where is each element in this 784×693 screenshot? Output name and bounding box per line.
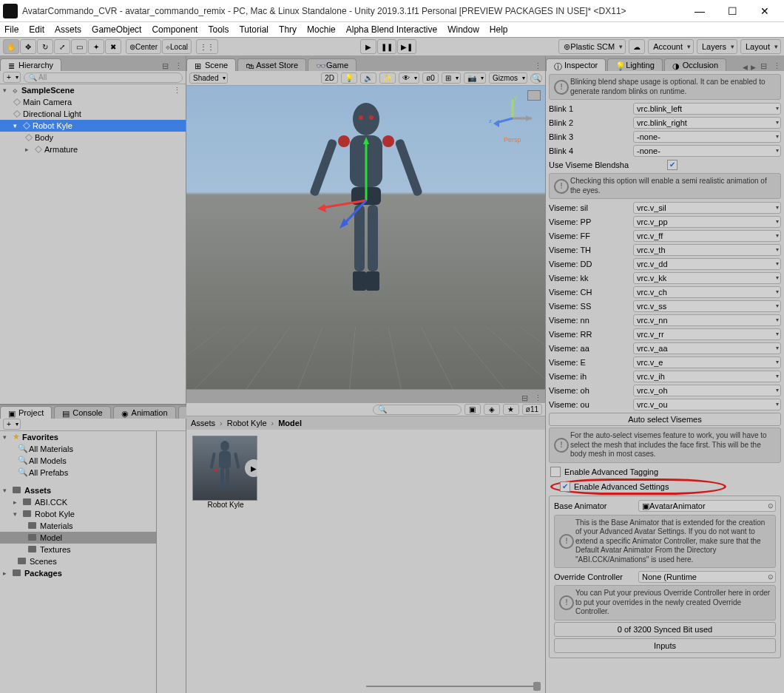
breadcrumb-assets[interactable]: Assets: [191, 419, 215, 427]
enable-advanced-checkbox[interactable]: ✔: [560, 481, 570, 492]
custom-tool-icon[interactable]: ✖: [105, 39, 121, 54]
menu-help[interactable]: Help: [490, 24, 508, 35]
rotate-tool-icon[interactable]: ↻: [37, 39, 53, 54]
use-viseme-checkbox[interactable]: ✔: [667, 160, 677, 170]
viseme-e-dropdown[interactable]: vrc.v_e: [633, 356, 781, 368]
tab-scene[interactable]: ⊞Scene: [186, 58, 236, 71]
transform-tool-icon[interactable]: ✦: [88, 39, 104, 54]
filter-type-icon[interactable]: ▣: [464, 404, 481, 415]
move-tool-icon[interactable]: ✥: [20, 39, 36, 54]
2d-toggle[interactable]: 2D: [321, 72, 338, 84]
auto-select-visemes-button[interactable]: Auto select Visemes: [549, 413, 781, 426]
pause-button[interactable]: ❚❚: [377, 39, 396, 54]
panel-menu-icon[interactable]: ⋮: [770, 61, 784, 71]
hierarchy-item-body[interactable]: Body: [0, 132, 186, 143]
folder-textures[interactable]: Textures: [0, 544, 156, 555]
breadcrumb-robot-kyle[interactable]: Robot Kyle: [227, 419, 267, 427]
assets-header[interactable]: ▾Assets: [0, 484, 156, 496]
account-dropdown[interactable]: Account: [648, 39, 694, 54]
menu-window[interactable]: Window: [447, 24, 479, 35]
viseme-th-dropdown[interactable]: vrc.v_th: [633, 244, 781, 256]
layout-dropdown[interactable]: Layout: [740, 39, 781, 54]
viseme-ff-dropdown[interactable]: vrc.v_ff: [633, 230, 781, 242]
tab-hierarchy[interactable]: ≣Hierarchy: [0, 58, 61, 71]
space-toggle[interactable]: ⟐Local: [162, 39, 192, 54]
hierarchy-item-armature[interactable]: ▸Armature: [0, 143, 186, 155]
panel-menu-icon[interactable]: ⋮: [531, 393, 545, 403]
hidden-items-icon[interactable]: ø11: [522, 404, 542, 415]
folder-model[interactable]: Model: [0, 532, 156, 544]
hierarchy-item-directional-light[interactable]: Directional Light: [0, 108, 186, 120]
viseme-oh-dropdown[interactable]: vrc.v_oh: [633, 385, 781, 396]
gizmos-dropdown[interactable]: Gizmos: [489, 72, 527, 84]
menu-abi[interactable]: Alpha Blend Interactive: [346, 24, 437, 35]
menu-tools[interactable]: Tools: [208, 24, 229, 35]
rect-tool-icon[interactable]: ▭: [71, 39, 87, 54]
viseme-rr-dropdown[interactable]: vrc.v_rr: [633, 328, 781, 340]
scene-menu-icon[interactable]: ⋮: [173, 86, 186, 95]
viseme-dd-dropdown[interactable]: vrc.v_dd: [633, 258, 781, 270]
scene-vis-icon[interactable]: 👁: [399, 72, 419, 84]
tab-game[interactable]: 👓Game: [308, 58, 356, 71]
filter-label-icon[interactable]: ◈: [484, 404, 500, 415]
tab-project[interactable]: ▣Project: [0, 406, 52, 419]
close-button[interactable]: ✕: [748, 1, 781, 21]
scene-row[interactable]: ▾⟐SampleScene⋮: [0, 84, 186, 96]
viseme-nn-dropdown[interactable]: vrc.v_nn: [633, 314, 781, 326]
menu-assets[interactable]: Assets: [55, 24, 81, 35]
shading-mode-dropdown[interactable]: Shaded: [189, 72, 228, 84]
camera-icon[interactable]: 📷: [464, 72, 486, 84]
panel-lock-icon[interactable]: ⊟: [159, 61, 172, 71]
next-icon[interactable]: ▶: [749, 64, 757, 71]
blink3-dropdown[interactable]: -none-: [633, 131, 781, 143]
lighting-icon[interactable]: 💡: [341, 72, 357, 84]
favorites-header[interactable]: ▾★Favorites: [0, 431, 156, 443]
tab-asset-store[interactable]: 🛍Asset Store: [237, 58, 306, 71]
maximize-button[interactable]: ☐: [716, 1, 748, 21]
tab-animation[interactable]: ◉Animation: [113, 406, 176, 419]
folder-robot-kyle[interactable]: ▾Robot Kyle: [0, 508, 156, 520]
viseme-ch-dropdown[interactable]: vrc.v_ch: [633, 286, 781, 298]
blink1-dropdown[interactable]: vrc.blink_left: [633, 103, 781, 115]
minimize-button[interactable]: —: [683, 1, 716, 21]
menu-gameobject[interactable]: GameObject: [92, 24, 141, 35]
thumbnail-size-slider[interactable]: [186, 680, 545, 693]
pivot-toggle[interactable]: ⊚Center: [126, 39, 161, 54]
breadcrumb-model[interactable]: Model: [278, 419, 302, 427]
hierarchy-create-dropdown[interactable]: +: [3, 72, 21, 83]
project-create-dropdown[interactable]: +: [3, 419, 21, 430]
filter-fav-icon[interactable]: ★: [503, 404, 519, 415]
scene-viewport[interactable]: y z Persp: [186, 86, 545, 389]
folder-scenes[interactable]: Scenes: [0, 555, 156, 567]
audio-icon[interactable]: 🔊: [360, 72, 376, 84]
favorite-all-materials[interactable]: 🔍All Materials: [0, 443, 156, 455]
synced-bits-button[interactable]: 0 of 3200 Synced Bit used: [554, 622, 776, 637]
grid-icon[interactable]: ⊞: [442, 72, 461, 84]
play-button[interactable]: ▶: [360, 39, 376, 54]
project-search-input[interactable]: 🔍: [373, 405, 462, 415]
folder-materials[interactable]: Materials: [0, 520, 156, 532]
hierarchy-item-main-camera[interactable]: Main Camera: [0, 96, 186, 108]
panel-menu-icon[interactable]: ⋮: [531, 61, 545, 71]
tab-inspector[interactable]: ⓘInspector: [546, 58, 606, 71]
favorite-all-prefabs[interactable]: 🔍All Prefabs: [0, 467, 156, 479]
blink4-dropdown[interactable]: -none-: [633, 145, 781, 157]
hierarchy-item-robot-kyle[interactable]: ▾Robot Kyle: [0, 120, 186, 132]
scene-search-icon[interactable]: 🔍: [530, 73, 542, 84]
menu-mochie[interactable]: Mochie: [307, 24, 336, 35]
packages-header[interactable]: ▸Packages: [0, 567, 156, 579]
vcs-dropdown[interactable]: ⊚Plastic SCM: [558, 39, 626, 54]
step-button[interactable]: ▶❚: [397, 39, 416, 54]
menu-thry[interactable]: Thry: [279, 24, 297, 35]
scale-tool-icon[interactable]: ⤢: [54, 39, 70, 54]
hidden-count[interactable]: ø0: [422, 72, 439, 84]
layers-dropdown[interactable]: Layers: [697, 39, 737, 54]
enable-tagging-checkbox[interactable]: [550, 467, 561, 477]
viseme-ih-dropdown[interactable]: vrc.v_ih: [633, 371, 781, 382]
play-icon[interactable]: ▶: [245, 459, 263, 477]
panel-lock-icon[interactable]: ⊟: [518, 393, 531, 403]
menu-file[interactable]: File: [4, 24, 18, 35]
folder-abi-cck[interactable]: ▸ABI.CCK: [0, 496, 156, 508]
viseme-pp-dropdown[interactable]: vrc.v_pp: [633, 216, 781, 228]
favorite-all-models[interactable]: 🔍All Models: [0, 455, 156, 467]
